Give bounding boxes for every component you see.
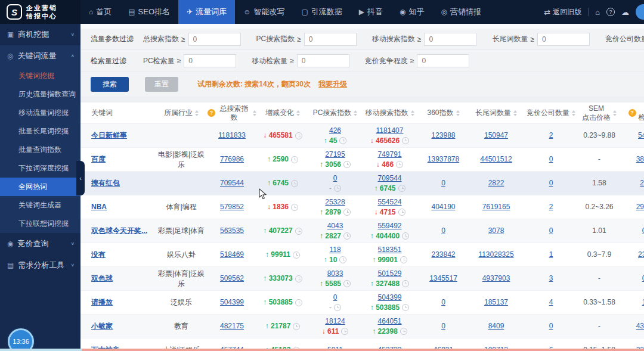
pc-index-cell-link[interactable]: 4043 xyxy=(327,221,343,231)
clock-icon[interactable] xyxy=(402,280,409,287)
clock-icon[interactable] xyxy=(334,304,341,311)
longtail-link[interactable]: 150947 xyxy=(484,131,508,140)
longtail-link[interactable]: 185137 xyxy=(484,297,508,307)
pc-index-cell-link[interactable]: 0 xyxy=(333,173,338,183)
upgrade-link[interactable]: 我要升级 xyxy=(318,79,347,89)
nav-item-marketing-intel[interactable]: ◎营销情报 xyxy=(432,0,489,24)
index360-link[interactable]: 233842 xyxy=(431,250,455,259)
column-header-2[interactable]: ?总搜索指数 xyxy=(208,104,256,122)
mobile-retrieval-input[interactable] xyxy=(297,54,349,67)
clock-icon[interactable] xyxy=(343,280,351,287)
nav-item-traffic-words[interactable]: ✈流量词库 xyxy=(178,0,235,24)
total-index-link[interactable]: 776986 xyxy=(220,154,244,164)
keyword-link[interactable]: 今日新鲜事 xyxy=(91,131,127,140)
help-icon[interactable]: ? xyxy=(208,109,215,117)
clock-icon[interactable] xyxy=(402,304,409,311)
clock-icon[interactable] xyxy=(343,209,351,216)
total-index-link[interactable]: 518469 xyxy=(220,250,244,259)
sidebar-item-batch-longtail-mining[interactable]: 批量长尾词挖掘 xyxy=(0,122,80,141)
index360-link[interactable]: 0 xyxy=(441,226,445,235)
bidders-link[interactable]: 3 xyxy=(549,274,553,283)
clock-icon[interactable] xyxy=(293,251,300,259)
mobile-index-cell-link[interactable]: 749791 xyxy=(377,150,401,159)
column-header-9[interactable]: SEM点击价格 xyxy=(578,104,620,122)
sidebar-item-batch-index-query[interactable]: 批量查询指数 xyxy=(0,141,80,159)
sort-icon[interactable] xyxy=(411,110,414,116)
nav-item-douyin[interactable]: ▶抖音 xyxy=(351,0,391,24)
sidebar-item-business-mining[interactable]: ▣商机挖掘∨ xyxy=(0,24,80,45)
keyword-link[interactable]: 双色球今天开奖... xyxy=(91,226,147,235)
clock-icon[interactable] xyxy=(291,180,298,187)
clock-icon[interactable] xyxy=(291,204,298,211)
sidebar-item-mobile-traffic-words[interactable]: 移动流量词挖掘 xyxy=(0,104,80,122)
longtail-link[interactable]: 2822 xyxy=(488,178,504,188)
mobile-index-cell-link[interactable]: 501529 xyxy=(377,269,401,278)
mobile-index-cell-link[interactable]: 504399 xyxy=(377,293,401,302)
keyword-link[interactable]: 百度 xyxy=(91,154,106,164)
nav-item-seo-rank[interactable]: ▤SEO排名 xyxy=(120,0,178,24)
pc-retrieval-input[interactable] xyxy=(184,54,236,67)
mobile-index-cell-link[interactable]: 554524 xyxy=(377,197,401,207)
column-header-6[interactable]: 360指数 xyxy=(418,108,469,117)
column-header-4[interactable]: PC搜索指数 xyxy=(309,108,361,117)
index360-link[interactable]: 0 xyxy=(441,297,445,307)
sidebar-item-keyword-traffic[interactable]: ◎关键词流量∧ xyxy=(0,45,80,67)
longtail-link[interactable]: 3078 xyxy=(488,226,504,235)
sort-icon[interactable] xyxy=(195,110,199,116)
sort-icon[interactable] xyxy=(572,110,575,116)
clock-icon[interactable] xyxy=(293,323,300,330)
clock-icon[interactable] xyxy=(343,232,351,240)
total-index-link[interactable]: 509562 xyxy=(220,274,244,283)
pc-retrieval-link[interactable]: 0 xyxy=(642,274,644,283)
sidebar-item-bidding-query[interactable]: ◉竞价查询∨ xyxy=(0,233,80,254)
pc-index-cell-link[interactable]: 0 xyxy=(333,293,338,302)
bidders-link[interactable]: 0 xyxy=(549,154,553,164)
sidebar-item-hot-words[interactable]: 全网热词 xyxy=(0,178,80,196)
sort-icon[interactable] xyxy=(513,110,517,116)
clock-icon[interactable] xyxy=(402,137,409,144)
sort-icon[interactable] xyxy=(354,110,357,116)
nav-item-zhihu[interactable]: ◉知乎 xyxy=(391,0,432,24)
pc-search-index-input[interactable] xyxy=(304,33,357,46)
clock-icon[interactable] xyxy=(291,156,298,163)
bidders-link[interactable]: 0 xyxy=(549,226,553,235)
clock-icon[interactable] xyxy=(295,132,302,139)
bidders-link[interactable]: 2 xyxy=(549,131,553,140)
bid-competition-input[interactable] xyxy=(417,54,469,67)
clock-icon[interactable] xyxy=(400,256,407,263)
pc-retrieval-link[interactable]: 4382 xyxy=(636,321,644,331)
sort-icon[interactable] xyxy=(613,110,617,116)
clock-icon[interactable] xyxy=(402,232,409,240)
sidebar-item-dropdown-associate-mining[interactable]: 下拉联想词挖掘 xyxy=(0,215,80,233)
keyword-link[interactable]: 双色球 xyxy=(91,274,113,283)
nav-item-lead-data[interactable]: ▢引流数据 xyxy=(293,0,350,24)
column-header-5[interactable]: 移动搜索指数 xyxy=(361,108,418,117)
pc-index-cell-link[interactable]: 426 xyxy=(329,126,341,135)
column-header-7[interactable]: 长尾词数量 xyxy=(469,108,524,117)
pc-retrieval-link[interactable]: 3800 xyxy=(636,154,644,164)
sidebar-item-keyword-generator[interactable]: 关键词生成器 xyxy=(0,196,80,215)
total-index-link[interactable]: 482175 xyxy=(220,321,244,331)
pc-index-cell-link[interactable]: 8033 xyxy=(327,269,343,278)
total-index-link[interactable]: 1181833 xyxy=(218,131,246,140)
index360-link[interactable]: 123988 xyxy=(431,131,455,140)
sidebar-item-dropdown-deep-mining[interactable]: 下拉词深度挖掘 xyxy=(0,159,80,178)
search-button[interactable]: 搜索 xyxy=(91,77,129,92)
bidders-link[interactable]: 0 xyxy=(549,178,553,188)
clock-icon[interactable] xyxy=(339,137,346,144)
home-shortcut-icon[interactable]: ⌂ xyxy=(595,8,600,17)
pc-retrieval-link[interactable]: 2984 xyxy=(636,202,644,212)
clock-icon[interactable] xyxy=(295,228,302,235)
mobile-search-index-input[interactable] xyxy=(424,33,476,46)
clock-icon[interactable] xyxy=(396,161,403,168)
cloud-download-icon[interactable]: ☁ xyxy=(621,8,629,17)
total-index-link[interactable]: 563535 xyxy=(220,226,244,235)
pc-retrieval-link[interactable]: 540 xyxy=(638,131,644,140)
total-search-index-input[interactable] xyxy=(188,33,241,46)
total-index-link[interactable]: 579852 xyxy=(220,202,244,212)
pc-retrieval-link[interactable]: 237 xyxy=(638,250,644,259)
help-icon[interactable]: ? xyxy=(628,109,636,117)
longtail-link[interactable]: 8409 xyxy=(488,321,504,331)
clock-icon[interactable] xyxy=(295,299,302,306)
reset-button[interactable]: 重置 xyxy=(145,77,178,92)
